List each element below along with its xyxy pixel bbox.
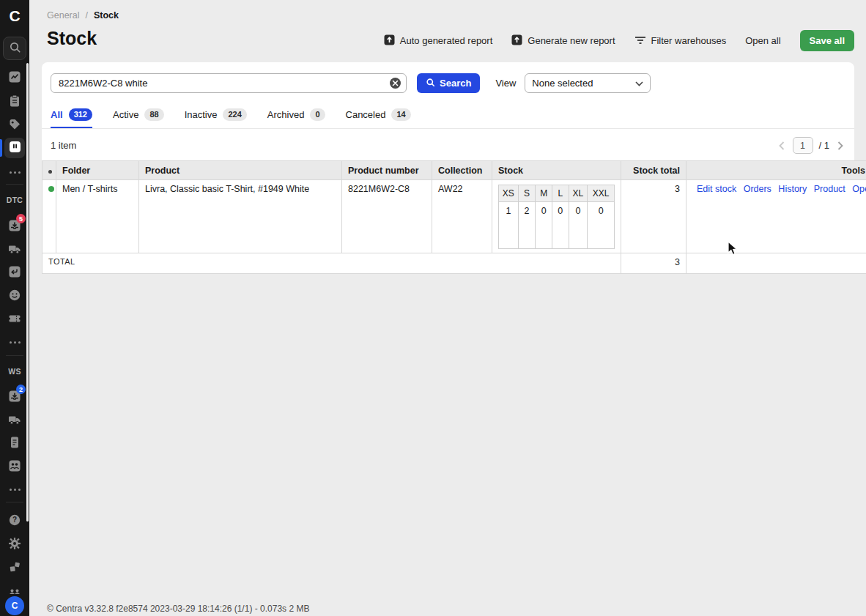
user-avatar[interactable]: C [5, 596, 24, 615]
qty-xs: 1 [499, 202, 519, 249]
sidebar-item-ws-shipments[interactable] [8, 413, 21, 426]
tab-inactive[interactable]: Inactive 224 [185, 108, 247, 128]
collection-column-header: Collection [432, 161, 492, 180]
tab-canceled[interactable]: Canceled 14 [346, 108, 411, 128]
open-link[interactable]: Open [852, 184, 866, 194]
chevron-down-icon [635, 78, 643, 89]
sidebar-divider [6, 355, 23, 356]
qty-m: 0 [536, 202, 552, 249]
edit-stock-link[interactable]: Edit stock [697, 184, 736, 194]
sidebar: C DTC 5 WS 2 [0, 0, 29, 616]
breadcrumb-parent[interactable]: General [47, 10, 79, 21]
tab-canceled-count: 14 [391, 108, 410, 121]
filter-icon [634, 34, 646, 47]
table-row[interactable]: Men / T-shirts Livra, Classic basic T-Sh… [42, 180, 866, 253]
orders-link[interactable]: Orders [744, 184, 771, 194]
table-total-row: TOTAL 3 [42, 253, 866, 274]
view-select[interactable]: None selected [525, 73, 651, 93]
sidebar-item-ws-accounts[interactable] [8, 459, 21, 472]
page-number-input[interactable]: 1 [793, 137, 813, 154]
tab-all[interactable]: All 312 [51, 108, 92, 128]
sidebar-item-ws-orders[interactable]: 2 [8, 390, 21, 403]
list-meta-row: 1 item 1 / 1 [51, 129, 845, 160]
clear-search-icon[interactable] [390, 78, 401, 89]
return-arrow-icon [8, 265, 21, 278]
tab-active[interactable]: Active 88 [113, 108, 164, 128]
total-label: TOTAL [42, 253, 621, 274]
main-area: General / Stock Stock Auto generated rep… [29, 0, 866, 616]
sidebar-item-dtc-customers[interactable] [8, 289, 21, 302]
product-link[interactable]: Product [814, 184, 845, 194]
folder-column-header: Folder [56, 161, 139, 180]
chevron-right-icon[interactable] [835, 141, 845, 151]
search-icon [9, 41, 21, 56]
sidebar-item-dtc-returns[interactable] [8, 265, 21, 278]
size-xs-header: XS [499, 185, 519, 202]
truck-icon [8, 242, 21, 256]
product-column-header: Product [139, 161, 342, 180]
qty-l: 0 [552, 202, 569, 249]
auto-generated-report-button[interactable]: Auto generated report [384, 34, 492, 48]
report-export-icon [384, 34, 395, 48]
sidebar-item-ws-invoices[interactable] [8, 436, 21, 449]
people-icon [8, 459, 21, 472]
ticket-icon [8, 312, 21, 325]
tools-column-header: Tools [686, 161, 866, 180]
status-dot-icon [48, 170, 52, 174]
collection-cell: AW22 [432, 180, 492, 253]
centra-logo-letter: C [9, 8, 20, 23]
tag-icon [8, 118, 21, 131]
report-export-icon [511, 34, 522, 48]
sidebar-scrollbar[interactable] [26, 63, 29, 522]
size-l-header: L [552, 185, 569, 202]
chevron-left-icon[interactable] [777, 141, 787, 151]
tab-active-label: Active [113, 109, 138, 120]
history-link[interactable]: History [778, 184, 807, 194]
sidebar-item-analytics[interactable] [8, 70, 21, 84]
cubes-icon [8, 560, 21, 574]
content-card: Search View None selected All 312 Active… [42, 62, 854, 274]
size-s-header: S [518, 185, 536, 202]
sidebar-item-integrations[interactable] [8, 560, 21, 574]
footer-version-info: © Centra v3.32.8 f2e8574 2023-03-29 18:1… [47, 604, 309, 614]
active-item-indicator [0, 139, 2, 157]
search-button-label: Search [440, 78, 471, 89]
generate-new-report-button[interactable]: Generate new report [511, 34, 615, 48]
save-all-button[interactable]: Save all [800, 30, 854, 51]
size-xl-header: XL [569, 185, 588, 202]
people-icon [8, 584, 21, 597]
open-all-button[interactable]: Open all [745, 35, 780, 46]
sidebar-more-dtc[interactable] [8, 335, 21, 349]
sidebar-item-settings[interactable] [8, 537, 21, 550]
stock-column-header: Stock [492, 161, 621, 180]
sidebar-item-stock[interactable] [4, 138, 25, 158]
breadcrumb-separator: / [85, 10, 87, 21]
search-icon [426, 78, 435, 89]
total-value: 3 [621, 253, 686, 274]
sidebar-item-dtc-orders[interactable]: 5 [8, 219, 21, 232]
sidebar-item-orders[interactable] [8, 94, 21, 108]
size-header-row: XS S M L XL XXL [499, 185, 615, 202]
view-label: View [495, 78, 516, 89]
sidebar-more-general[interactable] [8, 166, 21, 179]
centra-logo-icon[interactable]: C [0, 4, 29, 26]
sidebar-item-help[interactable]: ? [8, 513, 21, 527]
status-column-header [42, 161, 56, 180]
folder-cell: Men / T-shirts [56, 180, 139, 253]
product-number-column-header: Product number [342, 161, 432, 180]
table-header-row: Folder Product Product number Collection… [42, 161, 866, 180]
filter-warehouses-label: Filter warehouses [651, 35, 727, 46]
sidebar-item-users[interactable] [8, 584, 21, 597]
sidebar-item-dtc-shipments[interactable] [8, 242, 21, 256]
tab-active-count: 88 [144, 108, 163, 121]
size-matrix: XS S M L XL XXL 1 2 0 0 [498, 185, 615, 249]
sidebar-item-promotions[interactable] [8, 118, 21, 131]
sidebar-search-button[interactable] [3, 37, 26, 60]
sidebar-more-ws[interactable] [8, 483, 21, 496]
stock-total-column-header: Stock total [621, 161, 686, 180]
filter-warehouses-button[interactable]: Filter warehouses [634, 34, 727, 47]
sidebar-item-dtc-vouchers[interactable] [8, 312, 21, 325]
search-button[interactable]: Search [417, 73, 480, 93]
search-input[interactable] [51, 73, 407, 93]
tab-archived[interactable]: Archived 0 [267, 108, 325, 128]
